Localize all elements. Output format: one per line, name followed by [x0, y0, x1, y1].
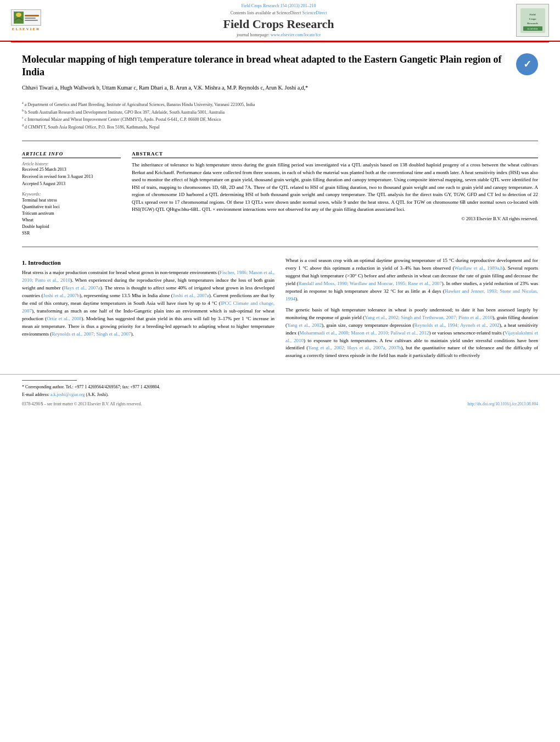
corresponding-author-footnote: * Corresponding author. Tel.: +977 1 426…: [22, 384, 538, 390]
footer-issn: 0378-4290/$ – see front matter © 2013 El…: [22, 401, 142, 406]
received-date: Received 25 March 2013: [22, 167, 121, 172]
crossmark-logo: ✓: [516, 53, 538, 75]
journal-ref-line: Field Crops Research 154 (2013) 201–210: [52, 3, 505, 8]
abstract-col: ABSTRACT The inheritance of tolerance to…: [132, 151, 538, 237]
right-col-para-1: Wheat is a cool season crop with an opti…: [285, 257, 538, 303]
ref-ipcc2007[interactable]: IPCC Climate and change, 2007: [22, 300, 275, 314]
email-link[interactable]: a.k.joshi@cgiar.org: [51, 392, 85, 397]
article-info-title: ARTICLE INFO: [22, 151, 121, 158]
ref-yang2002[interactable]: Yang et al., 2002; Singh and Trethowan, …: [365, 315, 492, 320]
ref-yang2002c[interactable]: Yang et al., 2002; Hays et al., 2007a, 2…: [308, 345, 401, 350]
ref-joshi2007b[interactable]: Joshi et al., 2007b: [43, 293, 80, 298]
right-col-para-2: The genetic basis of high temperature to…: [285, 306, 538, 360]
article-info-abstract: ARTICLE INFO Article history: Received 2…: [0, 146, 560, 242]
main-col-right: Wheat is a cool season crop with an opti…: [285, 257, 538, 363]
article-header: Molecular mapping of high temperature to…: [0, 42, 560, 99]
article-main-title: Molecular mapping of high temperature to…: [22, 53, 505, 79]
affiliation-b: b b South Australian Research and Develo…: [22, 108, 538, 115]
svg-rect-4: [25, 18, 36, 19]
keywords-label: Keywords:: [22, 192, 121, 197]
elsevier-logo-image: [11, 9, 41, 26]
affiliation-c: c c International Maize and Wheat Improv…: [22, 115, 538, 122]
introduction-heading: 1. Introduction: [22, 259, 275, 266]
keyword-5: Double haploid: [22, 224, 121, 230]
keyword-4: Wheat: [22, 217, 121, 224]
footer-doi[interactable]: http://dx.doi.org/10.1016/j.fcr.2013.08.…: [468, 401, 538, 406]
svg-point-2: [16, 13, 21, 17]
keyword-6: SSR: [22, 230, 121, 237]
history-label: Article history:: [22, 161, 121, 166]
keyword-3: Triticum aestivum: [22, 210, 121, 217]
ref-yang2002b[interactable]: Yang et al., 2002: [287, 322, 322, 328]
ref-reynolds1994[interactable]: Reynolds et al., 1994; Ayeneh et al., 20…: [415, 322, 500, 328]
header-center: Field Crops Research 154 (2013) 201–210 …: [41, 3, 516, 37]
keyword-1: Terminal heat stress: [22, 197, 121, 204]
ref-wardlaw1989[interactable]: Wardlaw et al., 1989a,b: [454, 265, 503, 271]
section-divider-bottom: [22, 247, 538, 247]
elsevier-logo: ELSEVIER: [11, 9, 41, 31]
svg-text:Field: Field: [529, 13, 535, 16]
main-content: 1. Introduction Heat stress is a major p…: [0, 252, 560, 369]
ref-hawker1993[interactable]: Hawker and Jenner, 1993; Stone and Nicol…: [285, 288, 538, 302]
svg-rect-3: [25, 15, 39, 16]
affiliations-block: a a Department of Genetics and Plant Bre…: [0, 99, 560, 136]
accepted-date: Accepted 5 August 2013: [22, 181, 121, 186]
journal-header: ELSEVIER Field Crops Research 154 (2013)…: [0, 0, 560, 42]
main-col-left: 1. Introduction Heat stress is a major p…: [22, 257, 275, 363]
keywords-section: Keywords: Terminal heat stress Quantitat…: [22, 192, 121, 237]
elsevier-name-text: ELSEVIER: [12, 27, 40, 31]
ref-randall1990[interactable]: Randall and Moss, 1990; Wardlaw and Monc…: [299, 281, 442, 286]
page-footer: * Corresponding author. Tel.: +977 1 426…: [0, 374, 560, 412]
footnote-divider: [22, 380, 77, 381]
ref-reynolds2007[interactable]: Reynolds et al., 2007; Singh et al., 200…: [52, 331, 131, 337]
authors-line: Chhavi Tiwari a, Hugh Wallwork b, Uttam …: [22, 85, 505, 91]
sciencedirect-link[interactable]: ScienceDirect: [302, 10, 327, 15]
journal-homepage-line: journal homepage: www.elsevier.com/locat…: [52, 32, 505, 37]
homepage-url[interactable]: www.elsevier.com/locate/fcr: [271, 32, 321, 37]
affiliation-a: a a Department of Genetics and Plant Bre…: [22, 101, 538, 108]
section-divider-top: [22, 141, 538, 141]
article-title-block: Molecular mapping of high temperature to…: [22, 53, 516, 94]
affiliation-d: d d CIMMYT, South Asia Regional Office, …: [22, 123, 538, 130]
journal-thumbnail: Field Crops Research ELSEVIER: [516, 4, 549, 37]
page-wrapper: ELSEVIER Field Crops Research 154 (2013)…: [0, 0, 560, 742]
abstract-copyright: © 2013 Elsevier B.V. All rights reserved…: [132, 216, 538, 221]
introduction-paragraph: Heat stress is a major production constr…: [22, 269, 275, 338]
article-info-col: ARTICLE INFO Article history: Received 2…: [22, 151, 121, 237]
svg-text:Research: Research: [527, 22, 538, 25]
journal-title: Field Crops Research: [52, 17, 505, 31]
svg-text:Crops: Crops: [529, 18, 536, 20]
and-text: and: [496, 345, 503, 350]
revised-date: Received in revised form 3 August 2013: [22, 174, 121, 179]
abstract-title: ABSTRACT: [132, 151, 538, 158]
contents-line: Contents lists available at ScienceDirec…: [52, 10, 505, 15]
keyword-2: Quantitative trait loci: [22, 204, 121, 210]
svg-text:ELSEVIER: ELSEVIER: [527, 27, 537, 30]
ref-hays2007a[interactable]: Hays et al., 2007a: [64, 285, 100, 291]
abstract-text: The inheritance of tolerance to high tem…: [132, 161, 538, 214]
ref-fischer1986[interactable]: Fischer, 1986; Mason et al., 2010; Pinto…: [22, 270, 275, 283]
footer-bottom: 0378-4290/$ – see front matter © 2013 El…: [22, 401, 538, 406]
ref-mohammadi2008[interactable]: Mohammadi et al., 2008; Mason et al., 20…: [299, 330, 429, 336]
ref-joshi2007a[interactable]: Joshi et al., 2007a: [173, 293, 209, 298]
ref-ortiz2008[interactable]: Ortiz et al., 2008: [47, 316, 81, 321]
svg-rect-5: [25, 20, 38, 21]
email-footnote: E-mail address: a.k.joshi@cgiar.org (A.K…: [22, 392, 538, 398]
